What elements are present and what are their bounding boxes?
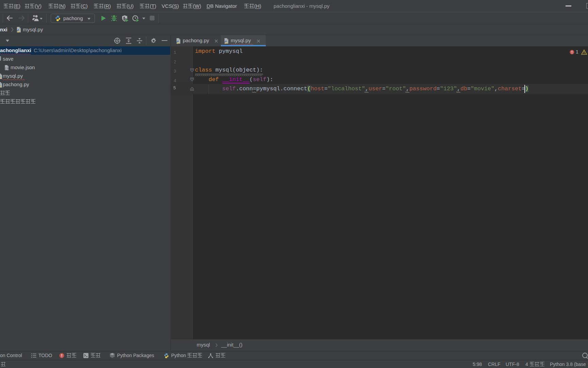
svg-text:{0}: {0} [5, 67, 9, 71]
